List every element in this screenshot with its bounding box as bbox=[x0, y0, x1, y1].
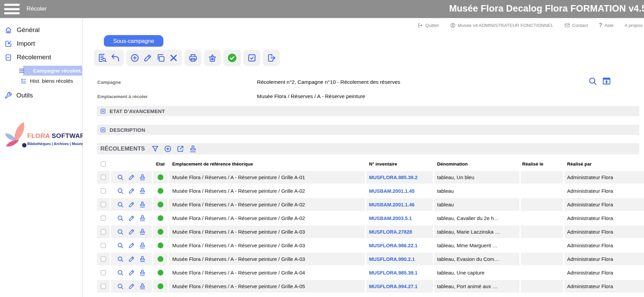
row-checkbox[interactable] bbox=[101, 175, 106, 180]
row-checkbox[interactable] bbox=[101, 270, 106, 275]
user-account[interactable]: Musée v4 ADMINISTRATEUR FONCTIONNEL bbox=[450, 22, 553, 28]
row-edit-icon[interactable] bbox=[128, 242, 135, 249]
inventory-link[interactable]: MUSFLORA.27828 bbox=[369, 229, 412, 235]
inventory-link[interactable]: MUSBAM.2001.1.46 bbox=[369, 202, 415, 207]
cell-realise-le bbox=[521, 280, 563, 293]
app-window: Récoler Musée Flora Decalog Flora FORMAT… bbox=[0, 0, 644, 297]
row-stamp-icon[interactable] bbox=[139, 174, 146, 181]
sidebar-item-recolement[interactable]: Récolement bbox=[0, 50, 82, 64]
checklist-icon bbox=[20, 78, 27, 84]
row-stamp-icon[interactable] bbox=[139, 187, 146, 194]
copy-icon[interactable] bbox=[156, 53, 165, 63]
row-view-icon[interactable] bbox=[117, 269, 124, 276]
row-edit-icon[interactable] bbox=[128, 255, 135, 263]
cell-denomination: tableau, Une capture bbox=[434, 266, 519, 279]
header-etat: Etat bbox=[153, 158, 167, 170]
row-view-icon[interactable] bbox=[117, 187, 124, 194]
row-checkbox[interactable] bbox=[101, 256, 106, 262]
status-dot bbox=[158, 283, 163, 289]
sidebar: Général Import Récolement Campagne récol… bbox=[0, 18, 82, 297]
expand-icon[interactable] bbox=[100, 108, 106, 114]
row-edit-icon[interactable] bbox=[128, 228, 135, 235]
row-checkbox[interactable] bbox=[101, 188, 106, 193]
status-dot bbox=[158, 174, 163, 180]
row-stamp-icon[interactable] bbox=[139, 242, 146, 249]
open-window-icon[interactable] bbox=[602, 76, 611, 86]
cell-realise-par: Administrateur Flora bbox=[564, 266, 644, 279]
row-stamp-icon[interactable] bbox=[139, 228, 146, 235]
sidebar-item-general[interactable]: Général bbox=[0, 23, 82, 37]
stamp-icon[interactable] bbox=[189, 145, 197, 153]
inventory-link[interactable]: MUSFLORA.985.39.2 bbox=[369, 175, 418, 180]
section-description[interactable]: DESCRIPTION bbox=[97, 125, 639, 135]
filter-icon[interactable] bbox=[151, 145, 159, 153]
undo-icon[interactable] bbox=[111, 53, 120, 63]
field-value: Récolement n°2, Campagne n°10 - Récoleme… bbox=[257, 79, 400, 85]
hamburger-menu-icon[interactable] bbox=[4, 4, 20, 14]
row-stamp-icon[interactable] bbox=[139, 269, 146, 276]
row-checkbox[interactable] bbox=[101, 243, 106, 248]
print-button[interactable] bbox=[184, 50, 202, 66]
cell-realise-le bbox=[521, 266, 563, 279]
row-edit-icon[interactable] bbox=[128, 201, 135, 208]
sidebar-item-import[interactable]: Import bbox=[0, 37, 82, 50]
aide-link[interactable]: ? Aide bbox=[599, 22, 613, 29]
row-edit-icon[interactable] bbox=[128, 174, 135, 181]
inventory-link[interactable]: MUSFLORA.994.27.1 bbox=[369, 284, 418, 289]
row-stamp-icon[interactable] bbox=[139, 215, 146, 222]
export-button[interactable] bbox=[263, 50, 280, 66]
row-view-icon[interactable] bbox=[117, 174, 124, 181]
row-edit-icon[interactable] bbox=[128, 187, 135, 194]
tab-sous-campagne[interactable]: Sous-campagne bbox=[104, 35, 163, 47]
external-link-icon[interactable] bbox=[176, 145, 184, 153]
add-icon[interactable] bbox=[130, 53, 140, 63]
row-edit-icon[interactable] bbox=[128, 215, 135, 222]
row-edit-icon[interactable] bbox=[128, 269, 135, 276]
cell-realise-par: Administrateur Flora bbox=[564, 225, 644, 238]
user-icon bbox=[450, 22, 456, 28]
inventory-link[interactable]: MUSFLORA.990.2.1 bbox=[369, 256, 415, 262]
inventory-link[interactable]: MUSBAM.2003.5.1 bbox=[369, 216, 412, 221]
check-circle-icon bbox=[227, 53, 237, 63]
row-edit-icon[interactable] bbox=[128, 283, 135, 290]
table-row: Musée Flora / Réserves / A - Réserve pei… bbox=[97, 280, 644, 293]
add-recolement-icon[interactable] bbox=[164, 145, 172, 153]
search-campagne-icon[interactable] bbox=[588, 76, 597, 86]
quitter-link[interactable]: Quitter bbox=[417, 22, 439, 28]
list-search-icon[interactable] bbox=[98, 53, 107, 63]
row-stamp-icon[interactable] bbox=[139, 255, 146, 263]
row-view-icon[interactable] bbox=[117, 228, 124, 235]
sidebar-item-campagne-recolmt[interactable]: Campagne récolmt. bbox=[23, 66, 82, 76]
delete-icon[interactable] bbox=[169, 53, 178, 63]
apropos-link[interactable]: A propos bbox=[625, 23, 643, 28]
select-all-checkbox[interactable] bbox=[101, 161, 106, 167]
validate-button[interactable] bbox=[223, 50, 241, 66]
expand-icon[interactable] bbox=[100, 127, 106, 133]
contact-link[interactable]: Contact bbox=[564, 22, 588, 28]
sidebar-item-hist-biens-recoles[interactable]: Hist. biens récolés bbox=[0, 76, 82, 86]
row-view-icon[interactable] bbox=[117, 283, 124, 290]
row-checkbox[interactable] bbox=[101, 229, 106, 234]
inventory-link[interactable]: MUSFLORA.985.39.1 bbox=[369, 270, 418, 276]
sidebar-item-outils[interactable]: Outils bbox=[0, 89, 82, 102]
row-view-icon[interactable] bbox=[117, 242, 124, 249]
row-stamp-icon[interactable] bbox=[139, 283, 146, 290]
row-checkbox[interactable] bbox=[101, 202, 106, 207]
inventory-link[interactable]: MUSFLORA.986.22.1 bbox=[369, 243, 418, 248]
row-checkbox[interactable] bbox=[101, 284, 106, 289]
basket-button[interactable] bbox=[204, 50, 221, 66]
inventory-link[interactable]: MUSBAM.2001.1.45 bbox=[369, 188, 415, 194]
row-stamp-icon[interactable] bbox=[139, 201, 146, 208]
row-view-icon[interactable] bbox=[117, 215, 124, 222]
mail-icon bbox=[564, 22, 570, 28]
row-view-icon[interactable] bbox=[117, 201, 124, 208]
row-checkbox[interactable] bbox=[101, 216, 106, 221]
brand-tagline: Bibliothèques | Archives | Musées bbox=[27, 142, 82, 146]
table-body: Musée Flora / Réserves / A - Réserve pei… bbox=[97, 171, 644, 293]
select-button[interactable] bbox=[243, 50, 260, 66]
row-view-icon[interactable] bbox=[117, 255, 124, 263]
section-etat-avancement[interactable]: ETAT D'AVANCEMENT bbox=[97, 106, 639, 116]
edit-icon[interactable] bbox=[143, 53, 152, 63]
table-row: Musée Flora / Réserves / A - Réserve pei… bbox=[97, 253, 644, 265]
brand-name: FLORA SOFTWARE bbox=[27, 132, 82, 140]
